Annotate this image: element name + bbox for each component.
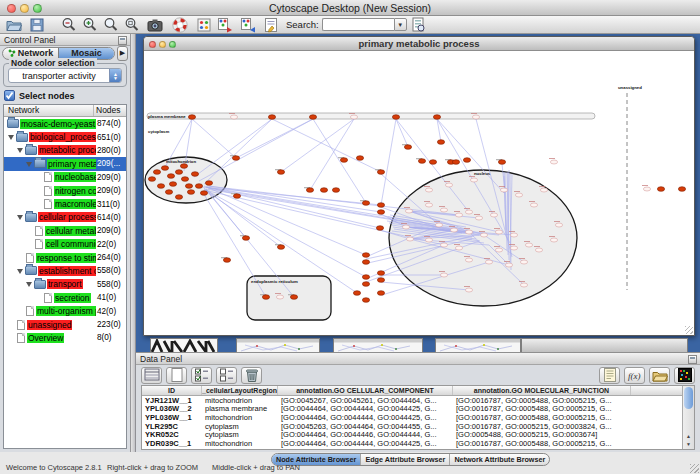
network-node[interactable] [362, 282, 369, 287]
net-minimize-button[interactable] [159, 41, 166, 48]
network-edge[interactable] [236, 119, 313, 158]
network-node[interactable] [353, 291, 360, 296]
table-row[interactable]: YLR295Ccytoplasm[GO:0045263, GO:0044464,… [142, 422, 682, 431]
network-node[interactable] [187, 190, 194, 195]
tree-row[interactable]: establishment of lo558(0) [4, 264, 126, 277]
network-window-titlebar[interactable]: primary metabolic process [144, 37, 694, 51]
network-view-window[interactable]: primary metabolic process plasma membran… [143, 36, 695, 336]
select-all-attributes-button[interactable] [191, 367, 212, 384]
tree-expander-icon[interactable] [26, 280, 34, 288]
network-node[interactable] [268, 115, 275, 120]
network-node[interactable] [185, 184, 192, 189]
network-node[interactable] [485, 260, 492, 264]
network-node[interactable] [165, 190, 172, 195]
table-row[interactable]: YJR121W__1mitochondrion[GO:0045267, GO:0… [142, 396, 682, 405]
network-node[interactable] [465, 288, 472, 292]
tree-row[interactable]: nitrogen compo209(0) [4, 184, 126, 197]
tree-row[interactable]: cellular process614(0) [4, 211, 126, 224]
network-node[interactable] [205, 181, 212, 186]
hide-selected-button[interactable] [216, 16, 234, 33]
network-node[interactable] [148, 177, 155, 182]
network-node[interactable] [429, 160, 436, 165]
tab-edge-attribute-browser[interactable]: Edge Attribute Browser [360, 454, 449, 465]
network-node[interactable] [188, 115, 195, 120]
network-node[interactable] [505, 263, 512, 267]
minimized-window-empty[interactable] [521, 338, 688, 352]
network-node[interactable] [332, 188, 339, 193]
help-button[interactable] [171, 16, 189, 33]
network-node[interactable] [540, 188, 547, 192]
network-node[interactable] [440, 208, 447, 212]
network-edge[interactable] [204, 119, 272, 184]
network-node[interactable] [377, 291, 384, 296]
network-node[interactable] [465, 230, 472, 234]
tree-row[interactable]: cellular metabo209(0) [4, 224, 126, 237]
network-node[interactable] [242, 236, 249, 241]
tree-row[interactable]: transport558(0) [4, 278, 126, 291]
network-node[interactable] [452, 160, 459, 165]
network-node[interactable] [510, 233, 517, 237]
network-node[interactable] [425, 238, 432, 242]
table-scrollbar[interactable]: ▲▼ [682, 386, 694, 449]
table-row[interactable]: YPL036W__1mitochondrion[GO:0044464, GO:0… [142, 413, 682, 422]
network-node[interactable] [195, 184, 202, 189]
table-row[interactable]: YDR039C__1mitochondrion[GO:0044464, GO:0… [142, 439, 682, 448]
network-edge[interactable] [396, 119, 408, 147]
network-node[interactable] [425, 188, 432, 192]
network-node[interactable] [191, 172, 198, 177]
network-node[interactable] [495, 248, 502, 252]
network-node[interactable] [470, 178, 477, 182]
scrollbar-arrows[interactable]: ▲▼ [683, 432, 694, 448]
network-node[interactable] [362, 253, 369, 258]
network-node[interactable] [181, 177, 188, 182]
zoom-window-button[interactable] [33, 4, 42, 13]
network-node[interactable] [362, 275, 369, 280]
column-header[interactable]: ID [142, 386, 202, 395]
network-node[interactable] [520, 260, 527, 264]
tab-overflow-arrow[interactable]: ▶ [117, 46, 128, 61]
network-node[interactable] [440, 243, 447, 247]
network-node[interactable] [232, 156, 239, 161]
network-node[interactable] [392, 115, 399, 120]
network-node[interactable] [465, 258, 472, 262]
network-node[interactable] [277, 170, 284, 175]
network-node[interactable] [340, 158, 347, 163]
data-panel-header[interactable]: Data Panel [136, 353, 700, 365]
network-node[interactable] [180, 164, 187, 169]
minimized-window-network-3[interactable] [435, 338, 521, 352]
network-node[interactable] [465, 210, 472, 214]
network-node[interactable] [445, 183, 452, 187]
network-node[interactable] [175, 170, 182, 175]
search-dropdown-arrow[interactable]: ▼ [394, 18, 407, 31]
network-node[interactable] [490, 213, 497, 217]
attribute-select-button[interactable] [141, 367, 162, 384]
network-node[interactable] [525, 243, 532, 247]
tree-row[interactable]: Overview8(0) [4, 331, 126, 344]
network-node[interactable] [309, 115, 316, 120]
new-attribute-button[interactable] [166, 367, 187, 384]
window-titlebar[interactable]: Cytoscape Desktop (New Session) [0, 0, 700, 16]
node-color-combobox[interactable]: transporter activity ▲▼ [8, 68, 122, 83]
network-node[interactable] [233, 194, 240, 199]
network-node[interactable] [472, 115, 479, 119]
network-node[interactable] [480, 233, 487, 237]
network-node[interactable] [455, 213, 462, 217]
zoom-in-button[interactable] [81, 16, 99, 33]
network-node[interactable] [320, 188, 327, 193]
network-node[interactable] [437, 140, 444, 145]
network-node[interactable] [550, 238, 557, 242]
matrix-view-button[interactable] [674, 367, 695, 384]
tree-row[interactable]: primary metabo209(... [4, 157, 126, 170]
import-attributes-button[interactable] [649, 367, 670, 384]
open-session-button[interactable] [5, 16, 23, 33]
vizmapper-button[interactable] [195, 16, 213, 33]
network-node[interactable] [230, 115, 237, 119]
scrollbar-thumb[interactable] [684, 387, 693, 409]
network-node[interactable] [157, 184, 164, 189]
network-node[interactable] [262, 295, 269, 300]
network-node[interactable] [306, 188, 313, 193]
network-node[interactable] [290, 295, 297, 300]
network-node[interactable] [362, 201, 369, 206]
combobox-stepper-icon[interactable]: ▲▼ [109, 68, 121, 83]
tree-row[interactable]: cell communicat22(0) [4, 238, 126, 251]
